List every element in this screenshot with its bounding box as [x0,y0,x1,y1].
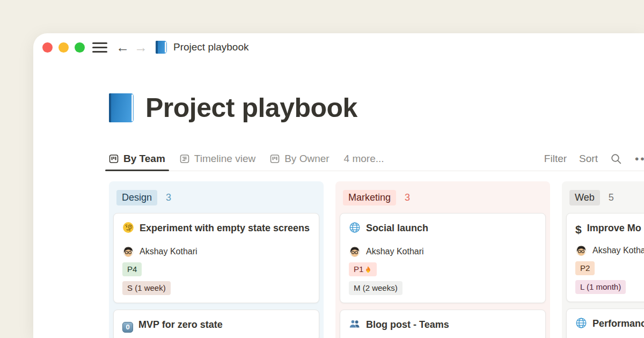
kanban-board: Design 3 Experiment with empty state scr… [109,181,644,330]
card-experiment-empty-state[interactable]: Experiment with empty state screens Aksh… [113,213,319,303]
tab-more-views[interactable]: 4 more... [344,147,384,171]
person-name: Akshay Kothari [592,246,644,255]
card-performance-optimization[interactable]: Performanceoptimization [566,308,644,338]
card-social-launch[interactable]: Social launch Akshay Kothari P1 M (2 wee… [340,213,546,303]
card-blog-post-teams[interactable]: Blog post - Teams Eva Zhang [340,310,546,338]
page-icon-blue-book[interactable] [109,93,134,122]
size-tag: L (1 month) [575,280,626,294]
card-person-row: Akshay Kothari [349,246,537,258]
sidebar-menu-icon[interactable] [92,42,107,53]
page-title[interactable]: Project playbook [145,92,357,123]
board-column-marketing: Marketing 3 Social launch Akshay Kothari… [335,181,550,338]
filter-button[interactable]: Filter [544,153,567,165]
view-tabs-bar: By Team Timeline view By Owner 4 more...… [109,147,644,171]
size-tag: S (1 week) [122,281,171,295]
board-column-web: Web 5 $Improve Mo Akshay Kothari P2 L (1… [562,181,644,338]
card-person-row: Akshay Kothari [122,246,310,258]
column-label-pill[interactable]: Web [569,190,600,205]
busts-icon [349,318,361,335]
more-options-icon[interactable]: ••• [635,152,644,165]
window-zoom-button[interactable] [75,42,85,53]
card-title: $Improve Mo [575,220,644,238]
priority-tag: P1 [349,262,377,276]
titlebar-page-title: Project playbook [173,41,248,53]
size-tag: M (2 weeks) [349,281,402,295]
page-header: Project playbook [109,92,644,123]
tab-by-team[interactable]: By Team [109,147,165,171]
column-label-pill[interactable]: Design [116,190,157,205]
zero-keycap-icon: 0 [122,322,133,333]
timeline-view-icon [180,154,189,164]
globe-icon [575,317,587,334]
window-titlebar: ← → Project playbook [33,33,644,61]
avatar [575,245,587,256]
card-mvp-zero-state[interactable]: 0MVP for zero state [113,310,319,338]
blue-book-icon [156,41,167,54]
avatar [122,246,134,258]
tab-timeline-view[interactable]: Timeline view [180,147,255,171]
card-improve-monetization[interactable]: $Improve Mo Akshay Kothari P2 L (1 month… [566,213,644,302]
column-header: Marketing 3 [343,190,543,205]
card-title: Experiment with empty state screens [122,220,310,239]
column-count: 5 [609,192,614,203]
app-window: ← → Project playbook Project playbook By… [33,33,644,338]
card-person-row: Akshay Kothari [575,245,644,256]
person-name: Akshay Kothari [366,247,424,256]
search-icon[interactable] [610,153,623,165]
tab-label: By Team [123,153,165,165]
monocle-face-icon [122,222,134,239]
avatar [349,246,361,258]
priority-tag: P4 [122,262,142,276]
card-title: Blog post - Teams [349,317,537,335]
sort-button[interactable]: Sort [579,153,598,165]
board-view-icon [270,154,280,164]
globe-icon [349,222,361,239]
tab-by-owner[interactable]: By Owner [270,147,329,171]
card-title: Social launch [349,220,537,239]
window-close-button[interactable] [42,42,53,53]
priority-tag: P2 [575,261,595,275]
forward-arrow-icon[interactable]: → [134,41,148,54]
tab-label: 4 more... [344,153,384,165]
fire-icon [364,266,372,273]
column-header: Web 5 [569,190,644,205]
board-column-design: Design 3 Experiment with empty state scr… [109,181,324,338]
person-name: Akshay Kothari [140,247,197,256]
board-view-icon [109,154,119,164]
card-title: 0MVP for zero state [122,317,310,333]
column-header: Design 3 [116,190,316,205]
window-minimize-button[interactable] [58,42,69,53]
column-count: 3 [405,192,410,203]
view-tabs: By Team Timeline view By Owner 4 more... [109,147,384,171]
view-toolbar: Filter Sort ••• [544,152,644,165]
back-arrow-icon[interactable]: ← [116,41,129,54]
card-title: Performanceoptimization [575,315,644,338]
tab-label: Timeline view [194,153,255,165]
column-count: 3 [166,192,171,203]
tab-label: By Owner [284,153,329,165]
dollar-icon: $ [575,221,582,238]
column-label-pill[interactable]: Marketing [343,190,396,205]
